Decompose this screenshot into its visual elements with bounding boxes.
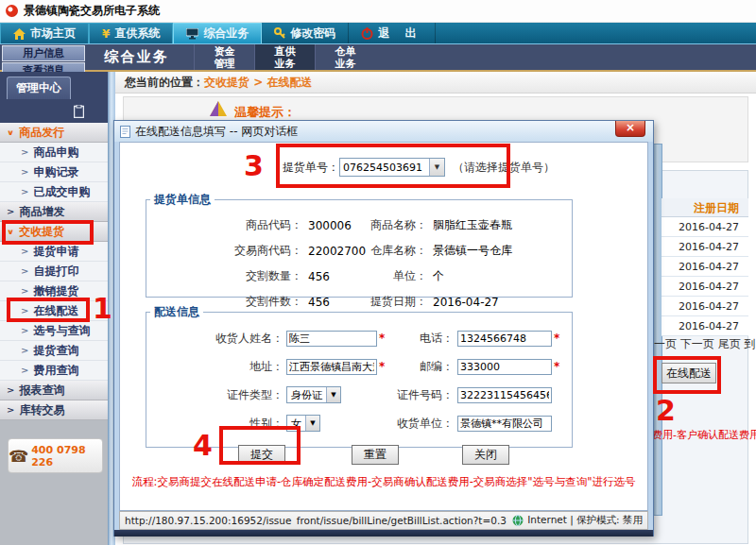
- id-number-input[interactable]: [457, 387, 552, 403]
- subnav-section-title: 综合业务: [87, 44, 186, 70]
- table-row: 2016-04-27: [662, 316, 748, 336]
- unit-value: 个: [427, 268, 444, 284]
- sidebar-item-report-query[interactable]: >报表查询: [0, 381, 108, 400]
- sidebar-item-number-selection-query[interactable]: >选号与查询: [0, 321, 108, 341]
- management-center-tab[interactable]: 管理中心: [7, 77, 71, 99]
- chevron-down-icon: ▼: [305, 416, 319, 431]
- delivery-info-legend: 配送信息: [150, 304, 203, 320]
- annotation-number-4: 4: [193, 432, 213, 460]
- annotation-box-online-delivery-menu: [7, 298, 90, 322]
- warehouse-name-value: 景德镇一号仓库: [427, 243, 512, 259]
- dialog-statusbar: http://180.97.15.200:16952/issue_front/i…: [119, 511, 648, 530]
- trader-code-value: 22002700: [302, 245, 365, 258]
- warning-cone-icon: [210, 101, 227, 116]
- annotation-number-3: 3: [244, 152, 264, 180]
- tip-label: 温馨提示：: [234, 104, 296, 121]
- sidebar-item-warehouse-transfer[interactable]: >库转交易: [0, 400, 108, 420]
- table-row: 2016-04-27: [662, 217, 748, 237]
- table-header-register-date: 注册日期: [662, 198, 748, 217]
- subtab-direct-supply-business[interactable]: 直供 业务: [254, 44, 315, 70]
- statusbar-zone: Internet | 保护模式: 禁用: [527, 514, 643, 527]
- annotation-box-delivery-pickup: [2, 220, 94, 245]
- breadcrumb: 您当前的位置： 交收提货 > 在线配送: [115, 72, 756, 94]
- delivery-info-fieldset: 配送信息 收货人姓名： * 电话： * 地址： * 邮编： * 证件类型： 身份…: [146, 304, 573, 448]
- annotation-number-2: 2: [656, 397, 676, 425]
- subtab-warehouse-receipt-business[interactable]: 仓单 业务: [315, 44, 375, 70]
- hotline-number: 400 0798 226: [31, 444, 102, 468]
- breadcrumb-path[interactable]: 交收提货 > 在线配送: [204, 75, 312, 91]
- annotation-box-bill-number: [276, 144, 510, 188]
- process-note: 流程:交易商提交在线配送申请-仓库确定配送费用-交易商确认配送费用-交易商选择"…: [120, 475, 647, 489]
- statusbar-url: http://180.97.15.200:16952/issue_front/i…: [125, 515, 507, 526]
- app-title: 景德镇陶瓷交易所电子系统: [24, 3, 160, 19]
- dialog-bottom-frame: [114, 530, 653, 536]
- annotation-number-1: 1: [93, 295, 112, 323]
- address-input[interactable]: [286, 359, 377, 375]
- sidebar-item-pickup-application[interactable]: >提货申请: [0, 242, 108, 262]
- annotation-box-submit: [219, 426, 301, 465]
- nav-change-password[interactable]: 修改密码: [262, 23, 349, 43]
- id-type-select[interactable]: 身份证▼: [286, 386, 341, 403]
- bill-info-legend: 提货单信息: [150, 192, 215, 208]
- product-code-value: 300006: [302, 219, 365, 232]
- chevron-down-icon: ▼: [326, 387, 340, 402]
- nav-direct-supply[interactable]: ¥ 直供系统: [89, 23, 173, 43]
- hotline-badge: ☎ 400 0798 226: [8, 438, 103, 473]
- nav-market-home[interactable]: 市场主页: [0, 23, 89, 43]
- main-nav: 市场主页 ¥ 直供系统 综合业务 修改密码 退 出: [0, 23, 756, 43]
- consignee-company-input[interactable]: [457, 416, 552, 432]
- window-titlebar: 景德镇陶瓷交易所电子系统: [0, 0, 756, 23]
- app-logo-icon: [6, 5, 18, 17]
- document-icon: [120, 126, 130, 138]
- table-row: 2016-04-27: [662, 237, 748, 257]
- power-icon: [361, 27, 373, 40]
- sub-nav: 用户信息 查看消息 综合业务 资金 管理 直供 业务 仓单 业务: [0, 43, 756, 72]
- sidebar-menu: ∨商品发行 >商品申购 >申购记录 >已成交申购 >商品增发 ∨交收提货 >提货…: [0, 123, 108, 420]
- table-row: 2016-04-27: [662, 277, 748, 297]
- pagination[interactable]: 一页 下一页 尾页 到: [654, 336, 756, 352]
- close-button[interactable]: 关闭: [462, 445, 509, 465]
- sidebar-item-pickup-query[interactable]: >提货查询: [0, 341, 108, 361]
- phone-icon: ☎: [9, 447, 28, 466]
- globe-icon: [512, 515, 524, 526]
- sidebar-header-area: 管理中心: [0, 72, 108, 123]
- sidebar-item-self-pickup-print[interactable]: >自提打印: [0, 262, 108, 281]
- clipboard-icon: [74, 104, 84, 122]
- sidebar-item-product-subscription[interactable]: >商品申购: [0, 143, 108, 162]
- user-info-button[interactable]: 用户信息: [2, 45, 85, 61]
- monitor-icon: [186, 28, 198, 40]
- delivery-quantity-value: 456: [302, 270, 365, 283]
- table-row: 2016-04-27: [662, 297, 748, 316]
- table-row: 2016-04-27: [662, 257, 748, 277]
- home-icon: [13, 28, 26, 40]
- dialog-close-button[interactable]: ×: [615, 121, 645, 137]
- nav-comprehensive-business[interactable]: 综合业务: [173, 23, 262, 43]
- sidebar-item-subscription-records[interactable]: >申购记录: [0, 162, 108, 182]
- product-name-value: 胭脂红玉壶春瓶: [427, 217, 512, 233]
- sidebar-item-fee-query[interactable]: >费用查询: [0, 361, 108, 381]
- reset-button[interactable]: 重置: [352, 445, 399, 465]
- bill-info-fieldset: 提货单信息 商品代码： 300006 商品名称： 胭脂红玉壶春瓶 交易商代码： …: [146, 192, 573, 298]
- dialog-title: 在线配送信息填写 -- 网页对话框: [135, 124, 298, 140]
- postcode-input[interactable]: [457, 359, 552, 375]
- background-red-note: 费用-客户确认配送费用-选: [652, 428, 756, 442]
- sidebar-item-completed-subscriptions[interactable]: >已成交申购: [0, 182, 108, 202]
- nav-logout[interactable]: 退 出: [349, 23, 435, 43]
- consignee-name-input[interactable]: [286, 331, 377, 347]
- phone-input[interactable]: [457, 331, 552, 347]
- sidebar-item-product-additional-issue[interactable]: >商品增发: [0, 202, 108, 222]
- annotation-box-online-delivery-button: [653, 356, 721, 394]
- yen-icon: ¥: [102, 27, 110, 41]
- dialog-titlebar[interactable]: 在线配送信息填写 -- 网页对话框: [114, 121, 653, 142]
- sidebar-item-product-issuance[interactable]: ∨商品发行: [0, 123, 108, 143]
- key-icon: [274, 27, 285, 39]
- subtab-funds-management[interactable]: 资金 管理: [194, 44, 254, 70]
